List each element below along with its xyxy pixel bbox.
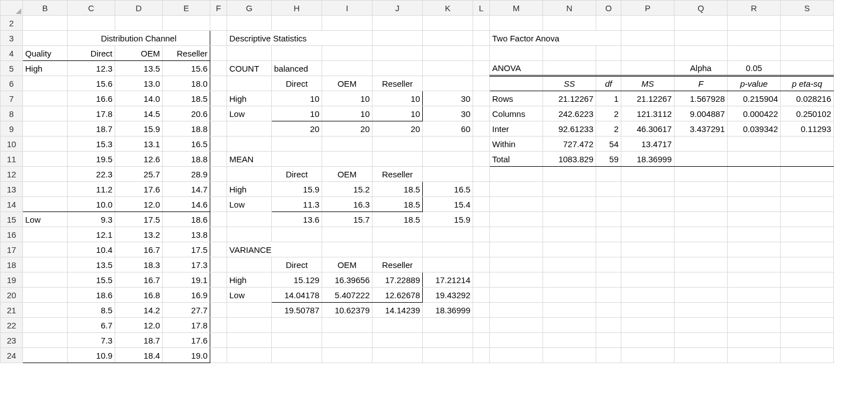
cell[interactable]: 20.6 <box>163 106 210 121</box>
cell[interactable]: 25.7 <box>115 167 163 182</box>
cell[interactable]: Columns <box>490 106 543 121</box>
cell[interactable]: Distribution Channel <box>68 31 210 46</box>
cell[interactable]: 16.9 <box>163 288 210 303</box>
col-header[interactable]: H <box>272 1 322 16</box>
cell[interactable]: 12.0 <box>115 318 163 333</box>
cell[interactable]: 1.567928 <box>674 91 728 106</box>
cell[interactable]: 0.215904 <box>728 91 781 106</box>
cell[interactable]: 16.5 <box>163 137 210 152</box>
col-header[interactable]: C <box>68 1 115 16</box>
cell[interactable]: Direct <box>272 257 322 272</box>
cell[interactable]: 17.5 <box>115 212 163 227</box>
cell[interactable]: OEM <box>322 167 372 182</box>
cell[interactable]: 17.6 <box>163 333 210 348</box>
cell[interactable]: OEM <box>115 46 163 61</box>
cell[interactable]: df <box>596 76 621 91</box>
cell[interactable]: 27.7 <box>163 303 210 318</box>
row-header[interactable]: 15 <box>1 212 23 227</box>
cell[interactable]: ANOVA <box>490 61 543 76</box>
cell[interactable]: 15.4 <box>423 197 473 212</box>
cell[interactable]: 14.2 <box>115 303 163 318</box>
cell[interactable]: 0.250102 <box>781 106 834 121</box>
row-header[interactable]: 12 <box>1 167 23 182</box>
cell[interactable]: 18.5 <box>372 182 423 197</box>
cell[interactable]: 15.5 <box>68 272 115 288</box>
cell[interactable]: 15.2 <box>322 182 372 197</box>
cell[interactable]: 9.3 <box>68 212 115 227</box>
cell[interactable]: 13.8 <box>163 227 210 242</box>
cell[interactable]: 92.61233 <box>543 121 596 137</box>
cell[interactable]: 18.8 <box>163 121 210 137</box>
cell[interactable]: 19.43292 <box>423 288 473 303</box>
row-header[interactable]: 14 <box>1 197 23 212</box>
cell[interactable]: 14.5 <box>115 106 163 121</box>
cell[interactable]: 10.4 <box>68 242 115 257</box>
col-header[interactable]: J <box>372 1 423 16</box>
cell[interactable]: 14.04178 <box>272 288 322 303</box>
row-header[interactable]: 6 <box>1 76 23 91</box>
col-header[interactable]: Q <box>674 1 728 16</box>
cell[interactable]: MS <box>621 76 674 91</box>
col-header[interactable]: G <box>227 1 272 16</box>
cell[interactable]: 10 <box>372 106 423 121</box>
cell[interactable]: 0.11293 <box>781 121 834 137</box>
cell[interactable]: 0.000422 <box>728 106 781 121</box>
cell[interactable]: 18.5 <box>372 197 423 212</box>
cell[interactable]: 12.6 <box>115 152 163 167</box>
row-header[interactable]: 13 <box>1 182 23 197</box>
cell[interactable]: 17.5 <box>163 242 210 257</box>
cell[interactable]: 12.0 <box>115 197 163 212</box>
cell[interactable]: 16.6 <box>68 91 115 106</box>
cell[interactable]: p eta-sq <box>781 76 834 91</box>
cell[interactable]: 15.9 <box>272 182 322 197</box>
cell[interactable]: 18.5 <box>163 91 210 106</box>
cell[interactable]: 15.9 <box>423 212 473 227</box>
cell[interactable]: 20 <box>272 121 322 137</box>
cell[interactable]: 19.0 <box>163 348 210 363</box>
cell[interactable]: High <box>227 182 272 197</box>
cell[interactable]: 12.3 <box>68 61 115 76</box>
cell[interactable]: 5.407222 <box>322 288 372 303</box>
cell[interactable]: 18.7 <box>68 121 115 137</box>
cell[interactable]: COUNT <box>227 61 272 76</box>
cell[interactable]: 15.3 <box>68 137 115 152</box>
cell[interactable]: 8.5 <box>68 303 115 318</box>
cell[interactable]: Direct <box>272 167 322 182</box>
cell[interactable]: 18.7 <box>115 333 163 348</box>
cell[interactable]: Low <box>227 288 272 303</box>
cell[interactable]: 10 <box>322 106 372 121</box>
cell[interactable]: 10 <box>372 91 423 106</box>
cell[interactable]: 13.5 <box>115 61 163 76</box>
cell[interactable]: 18.36999 <box>621 152 674 167</box>
col-header[interactable]: K <box>423 1 473 16</box>
cell[interactable]: 10.62379 <box>322 303 372 318</box>
cell[interactable]: VARIANCE <box>227 242 322 257</box>
col-header[interactable]: S <box>781 1 834 16</box>
cell[interactable]: 10.9 <box>68 348 115 363</box>
cell[interactable]: 12.62678 <box>372 288 423 303</box>
cell[interactable]: 9.004887 <box>674 106 728 121</box>
cell[interactable]: 17.6 <box>115 182 163 197</box>
col-header[interactable]: M <box>490 1 543 16</box>
cell[interactable]: 22.3 <box>68 167 115 182</box>
row-header[interactable]: 2 <box>1 16 23 31</box>
cell[interactable]: 19.50787 <box>272 303 322 318</box>
cell[interactable]: 12.1 <box>68 227 115 242</box>
cell[interactable]: 0.039342 <box>728 121 781 137</box>
cell[interactable]: 16.39656 <box>322 272 372 288</box>
cell[interactable]: p-value <box>728 76 781 91</box>
cell[interactable]: 15.129 <box>272 272 322 288</box>
cell[interactable]: 16.8 <box>115 288 163 303</box>
cell[interactable]: 16.3 <box>322 197 372 212</box>
col-header[interactable]: F <box>210 1 227 16</box>
cell[interactable]: 17.8 <box>163 318 210 333</box>
col-header[interactable]: N <box>543 1 596 16</box>
cell[interactable]: OEM <box>322 76 372 91</box>
cell[interactable]: Total <box>490 152 543 167</box>
cell[interactable]: 3.437291 <box>674 121 728 137</box>
cell[interactable]: Low <box>227 106 272 121</box>
cell[interactable]: balanced <box>272 61 322 76</box>
cell[interactable]: 2 <box>596 121 621 137</box>
cell[interactable]: MEAN <box>227 152 272 167</box>
cell[interactable]: 20 <box>322 121 372 137</box>
